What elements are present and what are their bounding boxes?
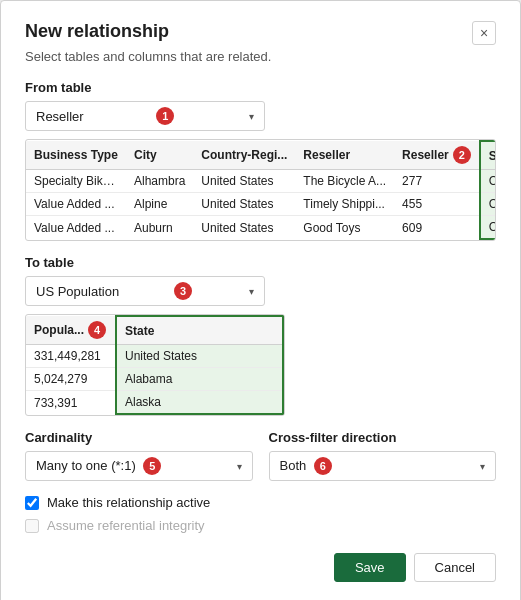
col-reseller2[interactable]: Reseller2 xyxy=(394,141,480,170)
cell-state-to-1: United States xyxy=(116,345,283,368)
col-state-province[interactable]: State-Province xyxy=(480,141,496,170)
chevron-down-icon: ▾ xyxy=(249,286,254,297)
to-table-dropdown[interactable]: US Population 3 ▾ xyxy=(25,276,265,306)
cell-business-type-2: Value Added ... xyxy=(26,193,126,216)
cardinality-dropdown[interactable]: Many to one (*:1) 5 ▾ xyxy=(25,451,253,481)
col-reseller[interactable]: Reseller xyxy=(295,141,394,170)
cardinality-badge: 5 xyxy=(143,457,161,475)
integrity-checkbox-row: Assume referential integrity xyxy=(25,518,496,533)
cell-state-to-2: Alabama xyxy=(116,368,283,391)
chevron-down-icon: ▾ xyxy=(237,461,242,472)
to-table-dropdown-row: US Population 3 ▾ xyxy=(25,276,496,306)
cross-filter-value: Both 6 xyxy=(280,457,332,475)
col-population[interactable]: Popula...4 xyxy=(26,316,116,345)
from-table-container: Business Type City Country-Regi... Resel… xyxy=(25,139,496,241)
cell-pop-2: 5,024,279 xyxy=(26,368,116,391)
table-row: Specialty Bike... Alhambra United States… xyxy=(26,170,496,193)
cell-state-3: California xyxy=(480,216,496,240)
chevron-down-icon: ▾ xyxy=(249,111,254,122)
col-state[interactable]: State xyxy=(116,316,283,345)
chevron-down-icon: ▾ xyxy=(480,461,485,472)
dialog-footer: Save Cancel xyxy=(25,553,496,582)
to-table-container: Popula...4 State 331,449,281 United Stat… xyxy=(25,314,285,416)
dialog-header: New relationship × xyxy=(25,21,496,45)
save-button[interactable]: Save xyxy=(334,553,406,582)
cell-state-1: California xyxy=(480,170,496,193)
to-table-header-row: Popula...4 State xyxy=(26,316,283,345)
table-row: 331,449,281 United States xyxy=(26,345,283,368)
dialog-subtitle: Select tables and columns that are relat… xyxy=(25,49,496,64)
from-table-data: Business Type City Country-Regi... Resel… xyxy=(26,140,496,240)
cell-reseller2-3: 609 xyxy=(394,216,480,240)
integrity-checkbox[interactable] xyxy=(25,519,39,533)
cell-country-1: United States xyxy=(193,170,295,193)
cross-filter-label: Cross-filter direction xyxy=(269,430,497,445)
reseller-badge: 2 xyxy=(453,146,471,164)
cardinality-row: Cardinality Many to one (*:1) 5 ▾ Cross-… xyxy=(25,430,496,481)
cell-reseller-2: Timely Shippi... xyxy=(295,193,394,216)
cell-city-2: Alpine xyxy=(126,193,193,216)
cell-state-to-3: Alaska xyxy=(116,391,283,415)
to-table-badge: 3 xyxy=(174,282,192,300)
active-checkbox-row: Make this relationship active xyxy=(25,495,496,510)
cell-business-type-1: Specialty Bike... xyxy=(26,170,126,193)
cell-reseller-1: The Bicycle A... xyxy=(295,170,394,193)
cell-reseller-3: Good Toys xyxy=(295,216,394,240)
cell-reseller2-1: 277 xyxy=(394,170,480,193)
table-row: Value Added ... Auburn United States Goo… xyxy=(26,216,496,240)
cell-country-2: United States xyxy=(193,193,295,216)
cardinality-group: Cardinality Many to one (*:1) 5 ▾ xyxy=(25,430,253,481)
dialog-title: New relationship xyxy=(25,21,169,42)
cell-state-2: California xyxy=(480,193,496,216)
cell-city-3: Auburn xyxy=(126,216,193,240)
to-table-data: Popula...4 State 331,449,281 United Stat… xyxy=(26,315,284,415)
active-checkbox-label: Make this relationship active xyxy=(47,495,210,510)
col-country[interactable]: Country-Regi... xyxy=(193,141,295,170)
from-table-header-row: Business Type City Country-Regi... Resel… xyxy=(26,141,496,170)
cell-pop-3: 733,391 xyxy=(26,391,116,415)
cross-filter-dropdown[interactable]: Both 6 ▾ xyxy=(269,451,497,481)
table-row: 5,024,279 Alabama xyxy=(26,368,283,391)
table-row: 733,391 Alaska xyxy=(26,391,283,415)
cell-city-1: Alhambra xyxy=(126,170,193,193)
cross-filter-group: Cross-filter direction Both 6 ▾ xyxy=(269,430,497,481)
cell-pop-1: 331,449,281 xyxy=(26,345,116,368)
active-checkbox[interactable] xyxy=(25,496,39,510)
col-city[interactable]: City xyxy=(126,141,193,170)
cardinality-label: Cardinality xyxy=(25,430,253,445)
to-table-label: To table xyxy=(25,255,496,270)
cell-business-type-3: Value Added ... xyxy=(26,216,126,240)
col-business-type[interactable]: Business Type xyxy=(26,141,126,170)
cell-reseller2-2: 455 xyxy=(394,193,480,216)
from-table-dropdown-row: Reseller 1 ▾ xyxy=(25,101,496,131)
cross-filter-badge: 6 xyxy=(314,457,332,475)
new-relationship-dialog: New relationship × Select tables and col… xyxy=(0,0,521,600)
from-table-label: From table xyxy=(25,80,496,95)
from-table-badge: 1 xyxy=(156,107,174,125)
to-table-value: US Population xyxy=(36,284,119,299)
cancel-button[interactable]: Cancel xyxy=(414,553,496,582)
close-button[interactable]: × xyxy=(472,21,496,45)
from-table-dropdown[interactable]: Reseller 1 ▾ xyxy=(25,101,265,131)
cell-country-3: United States xyxy=(193,216,295,240)
table-row: Value Added ... Alpine United States Tim… xyxy=(26,193,496,216)
population-badge: 4 xyxy=(88,321,106,339)
from-table-value: Reseller xyxy=(36,109,84,124)
cardinality-value: Many to one (*:1) 5 xyxy=(36,457,161,475)
integrity-checkbox-label: Assume referential integrity xyxy=(47,518,205,533)
